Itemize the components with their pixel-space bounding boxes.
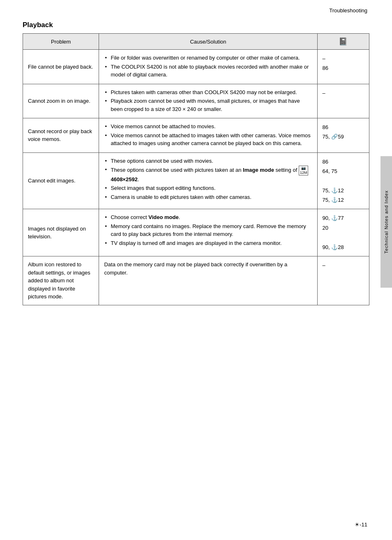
cause-cell: Choose correct Video mode. Memory card c… xyxy=(99,209,317,256)
page-number: ☀-11 xyxy=(355,522,367,528)
problem-cell: Album icon restored to default settings,… xyxy=(23,256,99,305)
ref-cell: 8664, 7575, ⚓1275, ⚓12 xyxy=(317,152,369,209)
list-item: These options cannot be used with movies… xyxy=(104,157,312,165)
list-item: Choose correct Video mode. xyxy=(104,213,312,222)
page-header: Troubleshooting xyxy=(0,0,392,17)
cause-cell: Voice memos cannot be attached to movies… xyxy=(99,118,317,153)
table-row: Cannot edit images. These options cannot… xyxy=(23,152,369,209)
problem-cell: Cannot edit images. xyxy=(23,152,99,209)
problem-cell: Cannot zoom in on image. xyxy=(23,84,99,118)
page-footer: ☀-11 xyxy=(355,522,367,528)
ref-cell: 90, ⚓772090, ⚓28 xyxy=(317,209,369,256)
main-content: Playback Problem Cause/Solution 📓 File c… xyxy=(0,17,392,322)
col-header-problem: Problem xyxy=(23,34,99,50)
ref-cell: 8675, 🔗59 xyxy=(317,118,369,153)
list-item: These options cannot be used with pictur… xyxy=(104,166,312,183)
table-row: Album icon restored to default settings,… xyxy=(23,256,369,305)
problem-cell: Cannot record or play back voice memos. xyxy=(23,118,99,153)
list-item: The COOLPIX S4200 is not able to playbac… xyxy=(104,63,312,79)
list-item: Voice memos cannot be attached to images… xyxy=(104,132,312,148)
cause-cell: File or folder was overwritten or rename… xyxy=(99,50,317,84)
list-item: Camera is unable to edit pictures taken … xyxy=(104,193,312,201)
problem-cell: Images not displayed on television. xyxy=(23,209,99,256)
side-tab-text: Technical Notes and Index xyxy=(384,190,389,254)
list-item: Voice memos cannot be attached to movies… xyxy=(104,122,312,131)
col-header-cause: Cause/Solution xyxy=(99,34,317,50)
problem-cell: File cannot be played back. xyxy=(23,50,99,84)
table-row: Images not displayed on television. Choo… xyxy=(23,209,369,256)
col-header-ref: 📓 xyxy=(317,34,369,50)
list-item: Memory card contains no images. Replace … xyxy=(104,222,312,238)
table-row: Cannot record or play back voice memos. … xyxy=(23,118,369,153)
list-item: File or folder was overwritten or rename… xyxy=(104,54,312,62)
table-header-row: Problem Cause/Solution 📓 xyxy=(23,34,369,50)
troubleshooting-table: Problem Cause/Solution 📓 File cannot be … xyxy=(23,33,369,305)
table-row: File cannot be played back. File or fold… xyxy=(23,50,369,84)
ref-cell: –86 xyxy=(317,50,369,84)
table-row: Cannot zoom in on image. Pictures taken … xyxy=(23,84,369,118)
cause-cell: These options cannot be used with movies… xyxy=(99,152,317,209)
list-item: TV display is turned off and images are … xyxy=(104,239,312,247)
ref-cell: – xyxy=(317,256,369,305)
side-tab: Technical Notes and Index xyxy=(380,156,392,288)
list-item: Select images that support editing funct… xyxy=(104,184,312,192)
cause-cell: Data on the memory card may not be playe… xyxy=(99,256,317,305)
section-title: Playback xyxy=(23,21,369,29)
list-item: Pictures taken with cameras other than C… xyxy=(104,88,312,97)
ref-cell: – xyxy=(317,84,369,118)
cause-cell: Pictures taken with cameras other than C… xyxy=(99,84,317,118)
header-title: Troubleshooting xyxy=(329,7,367,14)
list-item: Playback zoom cannot be used with movies… xyxy=(104,97,312,113)
